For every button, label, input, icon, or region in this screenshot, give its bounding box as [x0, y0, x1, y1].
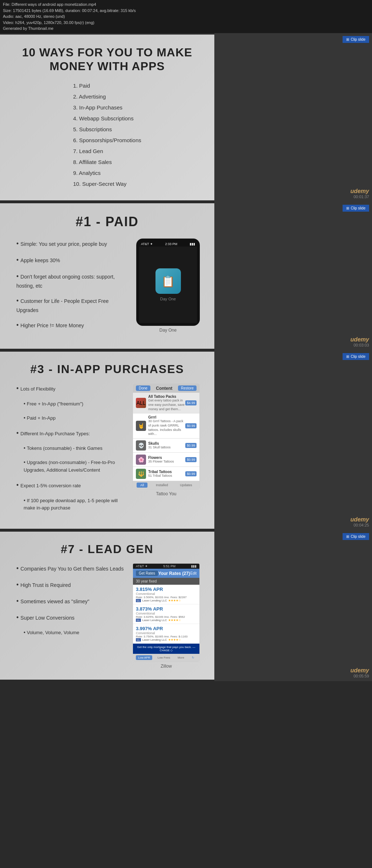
zillow-chase-banner: Get the only mortgage that pays you back…	[133, 644, 199, 654]
inapp-sub-4: Upgrades (non-consumable) - Free-to-Pro …	[22, 458, 125, 474]
udemy-logo-1: udemy	[350, 188, 369, 195]
zillow-tab-lowrate[interactable]: Low APR	[136, 655, 152, 660]
leadgen-bullet-2: High Trust is Required	[15, 580, 125, 590]
zillow-rate-2-lender: LL Laser Lending LLC ★★★★☆	[136, 619, 197, 622]
paid-bullet-3: Don't forget about ongoing costs: suppor…	[15, 271, 129, 290]
timestamp-2: 00:03:03	[353, 343, 369, 347]
zillow-bottom-bar: Low APR Low Fees More ↻	[133, 654, 199, 661]
tattoo-flowers-price: $0.99	[185, 457, 197, 462]
slide-leadgen: #7 - LEAD GEN Companies Pay You to Get t…	[0, 532, 214, 680]
tattoo-grrrl-info: Grrrl 30 Grrrl Tattoos - A pack of punk …	[148, 415, 185, 436]
list-item-7: 7. Lead Gen	[73, 146, 141, 157]
zillow-tab-more[interactable]: More	[175, 655, 186, 660]
day-one-app-label: Day One	[160, 297, 176, 301]
inapp-sub-3: Tokens (consumable) - think Games	[22, 444, 125, 452]
clip-label-3: Clip slide	[351, 355, 365, 359]
section-leadgen-left: #7 - LEAD GEN Companies Pay You to Get t…	[0, 530, 214, 681]
overview-title: 10 WAYS FOR YOU TO MAKEMONEY WITH APPS	[15, 45, 200, 73]
tattoo-flowers-info: Flowers 35 Flower Tattoos	[148, 456, 185, 464]
leadgen-sub-bullets: Volume, Volume, Volume	[22, 628, 125, 637]
tattoo-flowers-desc: 35 Flower Tattoos	[148, 460, 185, 464]
day-one-icon	[155, 268, 181, 294]
phone-mockup-paid: AT&T ✦ 2:33 PM ▮▮▮ Day One	[136, 239, 200, 326]
list-item-9: 9. Analytics	[73, 168, 141, 179]
tattoo-tab-installed[interactable]: Installed	[152, 483, 172, 488]
tattoo-grrrl-icon: 🤘	[136, 421, 146, 431]
tattoo-skulls-info: Skulls 31 Skull tattoos	[148, 441, 185, 450]
file-line-5: Generated by Thumbnail.me	[3, 25, 369, 32]
zillow-stars-3: ★★★★☆	[168, 638, 181, 641]
list-item-8: 8. Affiliate Sales	[73, 157, 141, 168]
inapp-sub-bullets-3: If 100 people download app, 1-5 people w…	[22, 496, 125, 512]
paid-bullet-4: Customer for Life - People Expect Free U…	[15, 296, 129, 314]
leadgen-bullet-1: Companies Pay You to Get them Sales Lead…	[15, 563, 125, 574]
leadgen-sub-1: Volume, Volume, Volume	[22, 628, 125, 637]
timestamp-1: 00:01:37	[353, 195, 369, 199]
overview-list: 1. Paid 2. Advertising 3. In-App Purchas…	[73, 80, 141, 189]
zillow-lender-name-2: Laser Lending LLC	[142, 619, 167, 622]
tattoo-grrrl-price: $0.99	[185, 423, 197, 428]
list-item-10: 10. Super-Secret Way	[73, 179, 141, 189]
zillow-rate-3: 3.997% APR Conventional Rate: 3.750%, $1…	[133, 624, 199, 644]
paid-title: #1 - PAID	[15, 214, 200, 229]
tattoo-tribal-info: Tribal Tattoos 51 Tribal Tattoos	[148, 470, 185, 478]
zillow-rate-1-lender: LL Laser Lending LLC ★★★★☆	[136, 599, 197, 602]
paid-bullet-5: Higher Price != More Money	[15, 320, 129, 331]
list-item-1: 1. Paid	[73, 80, 141, 91]
clip-icon-4: ⊞	[346, 535, 349, 539]
section-inapp-right: ⊞ Clip slide udemy 00:04:25	[214, 350, 372, 530]
zillow-get-rates: Get Rates	[136, 571, 158, 576]
zillow-refresh-icon[interactable]: ↻	[190, 655, 197, 660]
battery: ▮▮▮	[190, 242, 195, 246]
zillow-battery: ▮▮▮	[191, 564, 197, 568]
clip-slide-btn-1[interactable]: ⊞ Clip slide	[343, 36, 369, 43]
slide-overview: 10 WAYS FOR YOU TO MAKEMONEY WITH APPS 1…	[0, 35, 214, 201]
clip-slide-btn-3[interactable]: ⊞ Clip slide	[343, 353, 369, 360]
tattoo-grrrl-title: Grrrl	[148, 415, 185, 419]
clip-slide-btn-2[interactable]: ⊞ Clip slide	[343, 205, 369, 212]
inapp-sub-1: Free + In-App ("freemium")	[22, 400, 125, 408]
zillow-time: 5:51 PM	[163, 564, 176, 568]
list-item-3: 3. In-App Purchases	[73, 102, 141, 113]
zillow-rate-2: 3.873% APR Conventional Rate: 3.625%, $1…	[133, 604, 199, 624]
day-one-screenshot: AT&T ✦ 2:33 PM ▮▮▮ Day One Day One	[136, 239, 200, 333]
list-item-4: 4. Webapp Subscriptions	[73, 113, 141, 124]
zillow-rate-3-detail: Rate: 3.750%, $1065 /mo. Fees: $-1163	[136, 635, 197, 638]
paid-bullet-2: Apple keeps 30%	[15, 255, 129, 265]
restore-btn: Restore	[178, 385, 197, 391]
section-paid-right: ⊞ Clip slide udemy 00:03:03	[214, 202, 372, 350]
leadgen-title: #7 - LEAD GEN	[15, 543, 200, 556]
clip-label-2: Clip slide	[351, 206, 365, 210]
inapp-bullet-1: Lots of Flexibility	[15, 383, 125, 394]
clip-label-4: Clip slide	[351, 535, 365, 539]
paid-bullet-1: Simple: You set your price, people buy	[15, 239, 129, 249]
udemy-logo-3: udemy	[350, 516, 369, 523]
zillow-stars-2: ★★★★☆	[168, 619, 181, 622]
file-line-3: Audio: aac, 48000 Hz, stereo (und)	[3, 13, 369, 20]
clip-slide-btn-4[interactable]: ⊞ Clip slide	[343, 533, 369, 540]
tattoo-item-all: ALL All Tattoo Packs Get every tattoo pa…	[133, 393, 199, 413]
zillow-rate-3-type: Conventional	[136, 631, 197, 635]
zillow-header-bar: Get Rates Your Rates (27) Edit	[133, 569, 199, 578]
tattoo-tab-updates[interactable]: Updates	[176, 483, 196, 488]
section-paid: #1 - PAID Simple: You set your price, pe…	[0, 202, 372, 350]
clip-icon: ⊞	[346, 37, 349, 41]
file-line-2: Size: 17501421 bytes (16.69 MiB), durati…	[3, 8, 369, 14]
tattoo-item-tribal: 🔱 Tribal Tattoos 51 Tribal Tattoos $0.99	[133, 467, 199, 481]
tattoo-header: Done Content Restore	[133, 384, 199, 393]
zillow-rate-2-percent: 3.873% APR	[136, 606, 197, 612]
clip-icon-3: ⊞	[346, 355, 349, 359]
inapp-bullet-3: Expect 1-5% conversion rate	[15, 480, 125, 491]
tattoo-all-icon: ALL	[136, 398, 146, 408]
content-title: Content	[156, 386, 172, 391]
tattoo-tab-all[interactable]: All	[137, 483, 147, 488]
zillow-fixed-label: 30 year fixed	[133, 578, 199, 585]
inapp-content-row: Lots of Flexibility Free + In-App ("free…	[15, 383, 200, 518]
tattoo-flowers-icon: 🌸	[136, 455, 146, 465]
paid-content-row: Simple: You set your price, people buy A…	[15, 239, 200, 336]
zillow-tab-lowfees[interactable]: Low Fees	[155, 655, 173, 660]
inapp-title: #3 - IN-APP PURCHASES	[15, 363, 200, 376]
inapp-sub-2: Paid + In-App	[22, 414, 125, 422]
tattoo-skulls-title: Skulls	[148, 441, 185, 445]
carrier: AT&T ✦	[141, 242, 153, 246]
